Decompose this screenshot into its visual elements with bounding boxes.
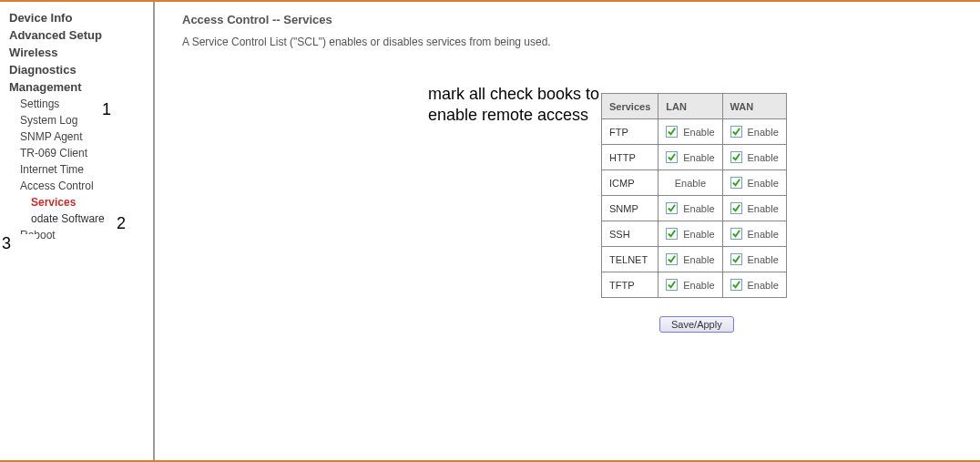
enable-checkbox[interactable] (730, 279, 742, 291)
sidebar: Device Info Advanced Setup Wireless Diag… (0, 2, 155, 460)
lan-cell: Enable (658, 145, 722, 170)
nav-device-info[interactable]: Device Info (0, 9, 153, 26)
table-row: TFTPEnableEnable (602, 272, 787, 298)
main-container: Device Info Advanced Setup Wireless Diag… (0, 2, 980, 460)
enable-label: Enable (748, 254, 779, 265)
annotation-text: mark all check books to enable remote ac… (428, 84, 610, 125)
service-name-cell: HTTP (602, 145, 658, 170)
table-row: ICMPEnableEnable (602, 170, 787, 196)
service-name-cell: ICMP (602, 170, 658, 196)
enable-label: Enable (683, 280, 714, 291)
service-name-cell: SNMP (602, 196, 658, 221)
annotation-number-2: 2 (117, 214, 126, 233)
wan-cell: Enable (722, 272, 786, 298)
table-row: HTTPEnableEnable (602, 145, 787, 170)
enable-checkbox[interactable] (730, 151, 742, 163)
page-description: A Service Control List ("SCL") enables o… (182, 36, 953, 48)
enable-label: Enable (683, 152, 714, 163)
nav-access-control[interactable]: Access Control (0, 178, 153, 194)
th-lan: LAN (658, 94, 722, 119)
enable-label: Enable (748, 152, 779, 163)
enable-label: Enable (683, 127, 714, 138)
nav-wireless[interactable]: Wireless (0, 44, 153, 61)
nav-tr069[interactable]: TR-069 Client (0, 145, 153, 161)
nav-diagnostics[interactable]: Diagnostics (0, 61, 153, 78)
enable-checkbox[interactable] (666, 253, 678, 265)
nav-snmp-agent[interactable]: SNMP Agent (0, 128, 153, 145)
enable-checkbox[interactable] (666, 279, 678, 291)
service-name-cell: SSH (602, 221, 658, 247)
wan-cell: Enable (722, 145, 786, 170)
th-services: Services (602, 94, 658, 119)
wan-cell: Enable (722, 170, 786, 196)
service-name-cell: FTP (602, 119, 658, 145)
lan-cell: Enable (658, 221, 722, 247)
wan-cell: Enable (722, 196, 786, 221)
enable-checkbox[interactable] (730, 228, 742, 240)
nav-management[interactable]: Management (0, 78, 153, 96)
annotation-number-3: 3 (2, 234, 11, 253)
lan-cell: Enable (658, 247, 722, 272)
lan-cell: Enable (658, 170, 722, 196)
enable-label: Enable (683, 254, 714, 265)
th-wan: WAN (722, 94, 786, 119)
lan-cell: Enable (658, 196, 722, 221)
enable-checkbox[interactable] (666, 202, 678, 214)
enable-label: Enable (748, 280, 779, 291)
enable-checkbox[interactable] (666, 126, 678, 138)
table-row: FTPEnableEnable (602, 119, 787, 145)
content-area: Access Control -- Services A Service Con… (155, 2, 980, 460)
enable-checkbox[interactable] (730, 126, 742, 138)
nav-services[interactable]: Services (0, 194, 153, 210)
services-table: Services LAN WAN FTPEnableEnableHTTPEnab… (601, 93, 787, 298)
nav-internet-time[interactable]: Internet Time (0, 161, 153, 178)
wan-cell: Enable (722, 119, 786, 145)
lan-cell: Enable (658, 272, 722, 298)
table-row: SNMPEnableEnable (602, 196, 787, 221)
services-tbody: FTPEnableEnableHTTPEnableEnableICMPEnabl… (602, 119, 787, 298)
save-apply-button[interactable]: Save/Apply (659, 316, 734, 333)
wan-cell: Enable (722, 247, 786, 272)
nav-advanced-setup[interactable]: Advanced Setup (0, 26, 153, 44)
enable-checkbox[interactable] (730, 177, 742, 189)
enable-label: Enable (748, 178, 779, 189)
lan-cell: Enable (658, 119, 722, 145)
enable-checkbox[interactable] (730, 253, 742, 265)
annotation-number-1: 1 (102, 100, 111, 119)
enable-checkbox[interactable] (666, 228, 678, 240)
enable-label: Enable (748, 203, 779, 214)
enable-label: Enable (748, 127, 779, 138)
page-title: Access Control -- Services (182, 13, 953, 26)
enable-label: Enable (683, 229, 714, 240)
service-name-cell: TELNET (602, 247, 658, 272)
enable-label: Enable (748, 229, 779, 240)
service-name-cell: TFTP (602, 272, 658, 298)
table-row: TELNETEnableEnable (602, 247, 787, 272)
enable-checkbox[interactable] (730, 202, 742, 214)
enable-label: Enable (683, 203, 714, 214)
enable-checkbox[interactable] (666, 151, 678, 163)
enable-label: Enable (675, 178, 706, 189)
table-row: SSHEnableEnable (602, 221, 787, 247)
wan-cell: Enable (722, 221, 786, 247)
